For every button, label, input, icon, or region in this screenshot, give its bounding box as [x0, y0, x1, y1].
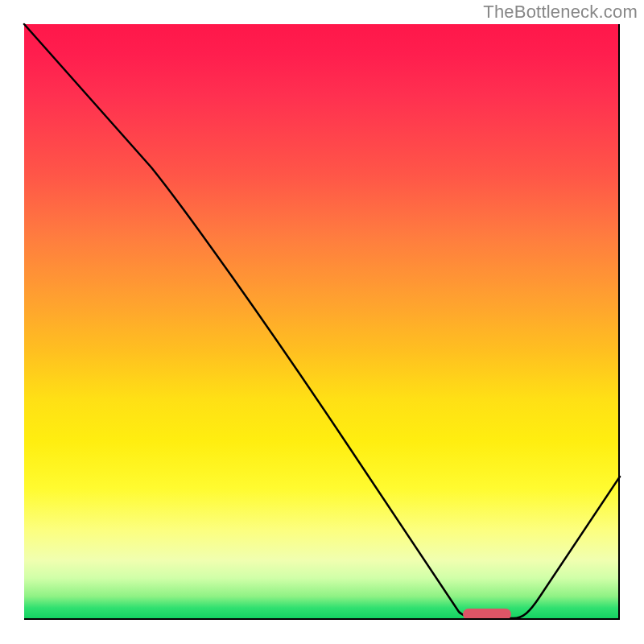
axis-right-border — [618, 24, 620, 620]
watermark-text: TheBottleneck.com — [483, 2, 638, 23]
plot-area — [24, 24, 620, 620]
curve-svg — [24, 24, 620, 620]
bottleneck-curve — [24, 24, 620, 618]
chart-container: TheBottleneck.com — [0, 0, 644, 644]
axis-bottom-border — [24, 618, 620, 620]
